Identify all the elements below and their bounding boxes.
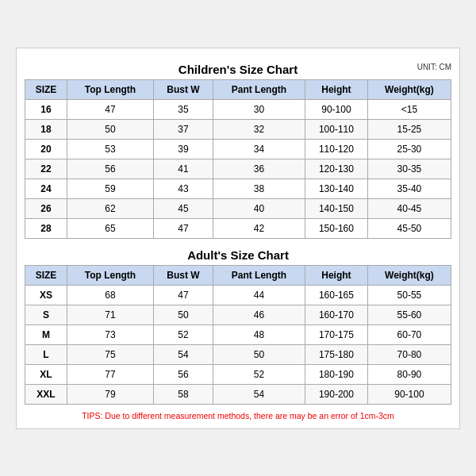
data-cell: 130-140 <box>305 178 368 198</box>
data-cell: 38 <box>213 178 305 198</box>
size-cell: XL <box>25 364 67 384</box>
adult-col-weight: Weight(kg) <box>367 265 451 285</box>
children-col-bustw: Bust W <box>154 79 213 99</box>
table-row: L755450175-18070-80 <box>25 344 451 364</box>
data-cell: 62 <box>67 198 153 218</box>
data-cell: 68 <box>67 285 153 305</box>
data-cell: <15 <box>367 99 451 119</box>
table-row: 1647353090-100<15 <box>25 99 451 119</box>
table-row: XS684744160-16550-55 <box>25 285 451 305</box>
size-cell: 28 <box>25 218 67 238</box>
adult-section: Adult's Size Chart SIZE Top Length Bust … <box>25 244 451 405</box>
data-cell: 120-130 <box>305 159 368 178</box>
data-cell: 59 <box>67 178 153 198</box>
data-cell: 54 <box>213 384 305 404</box>
data-cell: 15-25 <box>367 119 451 139</box>
adult-col-bustw: Bust W <box>154 265 213 285</box>
data-cell: 50-55 <box>367 285 451 305</box>
data-cell: 41 <box>154 159 213 178</box>
table-row: 26624540140-15040-45 <box>25 198 451 218</box>
size-cell: 20 <box>25 139 67 159</box>
adult-title: Adult's Size Chart <box>25 244 451 265</box>
data-cell: 52 <box>213 364 305 384</box>
data-cell: 48 <box>213 324 305 344</box>
size-cell: S <box>25 305 67 324</box>
data-cell: 75 <box>67 344 153 364</box>
adult-col-pantlength: Pant Length <box>213 265 305 285</box>
data-cell: 39 <box>154 139 213 159</box>
data-cell: 150-160 <box>305 218 368 238</box>
data-cell: 71 <box>67 305 153 324</box>
data-cell: 36 <box>213 159 305 178</box>
table-row: XXL795854190-20090-100 <box>25 384 451 404</box>
data-cell: 56 <box>154 364 213 384</box>
data-cell: 42 <box>213 218 305 238</box>
data-cell: 160-165 <box>305 285 368 305</box>
data-cell: 100-110 <box>305 119 368 139</box>
data-cell: 190-200 <box>305 384 368 404</box>
data-cell: 50 <box>154 305 213 324</box>
data-cell: 30 <box>213 99 305 119</box>
data-cell: 54 <box>154 344 213 364</box>
table-row: XL775652180-19080-90 <box>25 364 451 384</box>
data-cell: 46 <box>213 305 305 324</box>
children-tbody: 1647353090-100<1518503732100-11015-25205… <box>25 99 451 238</box>
data-cell: 47 <box>154 218 213 238</box>
size-cell: 22 <box>25 159 67 178</box>
data-cell: 47 <box>154 285 213 305</box>
unit-label: UNIT: CM <box>417 63 451 71</box>
size-cell: 18 <box>25 119 67 139</box>
adult-tbody: XS684744160-16550-55S715046160-17055-60M… <box>25 285 451 404</box>
adult-col-size: SIZE <box>25 265 67 285</box>
data-cell: 47 <box>67 99 153 119</box>
table-row: 18503732100-11015-25 <box>25 119 451 139</box>
table-row: S715046160-17055-60 <box>25 305 451 324</box>
data-cell: 52 <box>154 324 213 344</box>
data-cell: 80-90 <box>367 364 451 384</box>
size-cell: 24 <box>25 178 67 198</box>
data-cell: 58 <box>154 384 213 404</box>
children-title: Children's Size Chart UNIT: CM <box>25 58 451 79</box>
data-cell: 77 <box>67 364 153 384</box>
data-cell: 175-180 <box>305 344 368 364</box>
size-cell: XXL <box>25 384 67 404</box>
adult-col-height: Height <box>305 265 368 285</box>
data-cell: 140-150 <box>305 198 368 218</box>
data-cell: 40 <box>213 198 305 218</box>
adult-col-toplength: Top Length <box>67 265 153 285</box>
size-cell: L <box>25 344 67 364</box>
children-header-row: SIZE Top Length Bust W Pant Length Heigh… <box>25 79 451 99</box>
data-cell: 53 <box>67 139 153 159</box>
children-title-text: Children's Size Chart <box>178 63 298 76</box>
children-table: SIZE Top Length Bust W Pant Length Heigh… <box>25 79 451 239</box>
data-cell: 55-60 <box>367 305 451 324</box>
children-col-weight: Weight(kg) <box>367 79 451 99</box>
data-cell: 44 <box>213 285 305 305</box>
size-cell: 16 <box>25 99 67 119</box>
data-cell: 79 <box>67 384 153 404</box>
adult-table: SIZE Top Length Bust W Pant Length Heigh… <box>25 265 451 405</box>
adult-title-text: Adult's Size Chart <box>187 248 289 262</box>
size-cell: M <box>25 324 67 344</box>
data-cell: 70-80 <box>367 344 451 364</box>
data-cell: 73 <box>67 324 153 344</box>
chart-container: Children's Size Chart UNIT: CM SIZE Top … <box>16 48 460 429</box>
data-cell: 50 <box>67 119 153 139</box>
data-cell: 160-170 <box>305 305 368 324</box>
data-cell: 40-45 <box>367 198 451 218</box>
data-cell: 45 <box>154 198 213 218</box>
children-col-toplength: Top Length <box>67 79 153 99</box>
data-cell: 37 <box>154 119 213 139</box>
data-cell: 170-175 <box>305 324 368 344</box>
data-cell: 90-100 <box>305 99 368 119</box>
data-cell: 50 <box>213 344 305 364</box>
tips-text: TIPS: Due to different measurement metho… <box>25 411 451 420</box>
data-cell: 60-70 <box>367 324 451 344</box>
data-cell: 56 <box>67 159 153 178</box>
data-cell: 35-40 <box>367 178 451 198</box>
data-cell: 35 <box>154 99 213 119</box>
children-col-size: SIZE <box>25 79 67 99</box>
data-cell: 45-50 <box>367 218 451 238</box>
data-cell: 32 <box>213 119 305 139</box>
adult-header-row: SIZE Top Length Bust W Pant Length Heigh… <box>25 265 451 285</box>
